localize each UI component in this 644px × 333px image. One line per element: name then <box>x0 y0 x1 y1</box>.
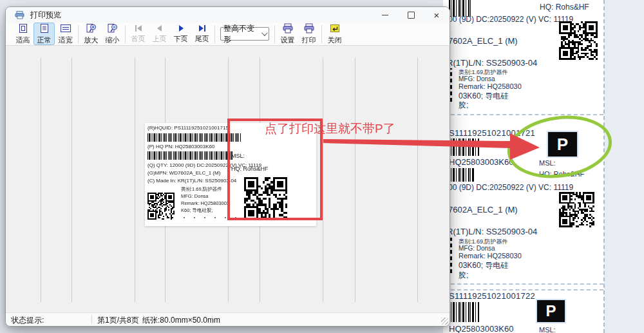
label1-qty-line: 00 (9D) DC:20250922 (V) VC: 11119 <box>448 15 573 24</box>
label-separator <box>444 289 603 290</box>
toolbar-button-settings[interactable]: 设置 <box>277 23 298 45</box>
barcode <box>449 302 480 322</box>
normal-view-label: 正常 <box>37 35 52 45</box>
preview-remark-1: Remark: HQ25803003 <box>181 200 229 206</box>
zoom-in-icon <box>86 23 97 35</box>
fit-width-label: 适宽 <box>59 35 73 45</box>
toolbar-button-close[interactable]: 关闭 <box>324 23 345 45</box>
label2-remark-3: 胶; <box>459 270 468 281</box>
toolbar-button-fit-height[interactable]: 适高 <box>12 23 33 45</box>
close-label: 关闭 <box>328 35 342 45</box>
page-guide-line <box>355 57 355 302</box>
label2-hq: HQ: Rohs&HF <box>539 170 584 178</box>
next-page-label: 下页 <box>174 34 188 44</box>
label1-remark-3: 胶; <box>459 100 468 111</box>
p-indicator: P <box>548 132 577 157</box>
scale-mode-value: 整高不变形 <box>223 23 261 45</box>
barcode <box>147 151 233 160</box>
prev-page-icon <box>155 24 165 33</box>
minimize-button[interactable] <box>372 7 398 23</box>
first-page-label: 首页 <box>131 34 146 44</box>
toolbar-button-normal[interactable]: 正常 <box>33 23 55 45</box>
label3-msl: MSL: <box>539 326 556 333</box>
page-guide-line <box>323 57 323 302</box>
qr-code <box>559 21 598 60</box>
label2-mfg: MFG: Donsa <box>459 245 495 252</box>
printer-icon <box>15 11 25 19</box>
settings-label: 设置 <box>281 35 295 45</box>
page-guide-line <box>41 57 41 302</box>
qr-code <box>147 193 175 220</box>
fit-height-icon <box>18 23 28 35</box>
minimize-icon <box>382 15 388 15</box>
toolbar-button-next-page[interactable]: 下页 <box>170 23 191 45</box>
exit-icon <box>329 23 341 35</box>
screen: HQ: Rohs&HF 00 (9D) DC:20250922 (V) VC: … <box>0 0 644 333</box>
toolbar-separator <box>214 25 215 43</box>
label2-mpn-line: 7602A_ELC_1 (M) <box>448 205 518 214</box>
toolbar-button-prev-page[interactable]: 上页 <box>149 23 170 45</box>
toolbar-separator <box>78 25 79 43</box>
maximize-button[interactable] <box>398 7 424 23</box>
label1-lot-line: R(1T)L/N: SS250903-04 <box>447 58 537 68</box>
label1-hq: HQ: Rohs&HF <box>540 3 589 12</box>
label2-qty-line: 00 (9D) DC:20250922 (V) VC: 11119 <box>448 183 573 192</box>
p-indicator: P <box>537 300 565 322</box>
zoom-out-label: 缩小 <box>106 35 120 45</box>
maximize-icon <box>408 12 415 19</box>
normal-view-icon <box>39 23 50 35</box>
label2-remark-1: Remark: HQ258030 <box>459 252 522 260</box>
close-icon: × <box>434 10 440 20</box>
status-separator <box>212 315 213 324</box>
status-hint: 状态提示: <box>11 315 44 326</box>
toolbar-button-zoom-in[interactable]: 放大 <box>80 23 102 45</box>
toolbar-button-first-page[interactable]: 首页 <box>128 23 149 45</box>
zoom-in-label: 放大 <box>84 35 99 45</box>
status-paper-info: 纸张:80.0mm×50.0mm <box>142 315 220 326</box>
preview-uid-line: (R)HQUID: PS11119251021001715 <box>147 125 229 131</box>
label2-lot-line: R(1T)L/N: SS250903-04 <box>447 227 537 236</box>
title-bar[interactable]: 打印预览 × <box>6 7 450 23</box>
status-page-info: 第1页/共8页 <box>97 315 139 326</box>
barcode <box>449 168 475 182</box>
preview-pn-line: (P) HQ PN: HQ25803003K60 <box>147 144 215 149</box>
label-separator <box>444 283 603 285</box>
window-controls: × <box>372 7 450 23</box>
label1-remark-1: Remark: HQ258030 <box>459 82 522 90</box>
window-title: 打印预览 <box>30 10 61 21</box>
annotation-text: 点了打印这里就不带P了 <box>265 120 395 137</box>
label2-uid: S11119251021001721 <box>449 128 535 138</box>
scale-mode-select[interactable]: 整高不变形 <box>220 27 269 41</box>
status-bar: 状态提示: 第1页/共8页 纸张:80.0mm×50.0mm <box>6 312 450 326</box>
status-separator <box>91 315 92 324</box>
preview-category: 类别:1.69,防护器件 <box>181 186 222 193</box>
preview-made-line: (C) Made In: KR(1T)L/N: SS250903-04 <box>147 178 236 184</box>
last-page-icon <box>197 24 207 33</box>
print-icon <box>303 23 315 35</box>
label3-pn: HQ25803003K60 <box>449 324 513 333</box>
page-guide-line <box>71 57 72 302</box>
fit-width-icon <box>60 23 71 35</box>
barcode <box>449 138 480 156</box>
zoom-out-icon <box>107 23 118 35</box>
label3-uid: S11119251021001722 <box>449 291 535 301</box>
label2-pn: HQ25803003K60 <box>449 157 513 167</box>
toolbar-button-print[interactable]: 打印 <box>298 23 319 45</box>
resize-grip[interactable] <box>441 318 448 325</box>
preview-remark-2: K60; 导电硅胶; <box>181 207 213 214</box>
page-guide-line <box>135 57 135 302</box>
next-page-icon <box>176 24 186 33</box>
close-button[interactable]: × <box>424 7 450 23</box>
label2-msl: MSL: <box>539 159 556 167</box>
page-guide-line <box>417 57 418 302</box>
toolbar-button-last-page[interactable]: 尾页 <box>191 23 213 45</box>
print-label: 打印 <box>302 35 316 45</box>
preview-area[interactable]: (R)HQUID: PS11119251021001715 (P) HQ PN:… <box>6 46 450 313</box>
toolbar-button-fit-width[interactable]: 适宽 <box>55 23 76 45</box>
preview-mpn-line: (G)MPN: WD7602A_ELC_1 (M) <box>147 170 220 176</box>
printer-settings-icon <box>282 23 294 35</box>
toolbar-button-zoom-out[interactable]: 缩小 <box>102 23 123 45</box>
toolbar-separator <box>274 25 275 43</box>
preview-mfg: MFG: Donsa <box>181 193 209 199</box>
toolbar: 适高 正常 适宽 放大 缩小 首页 <box>6 23 450 46</box>
